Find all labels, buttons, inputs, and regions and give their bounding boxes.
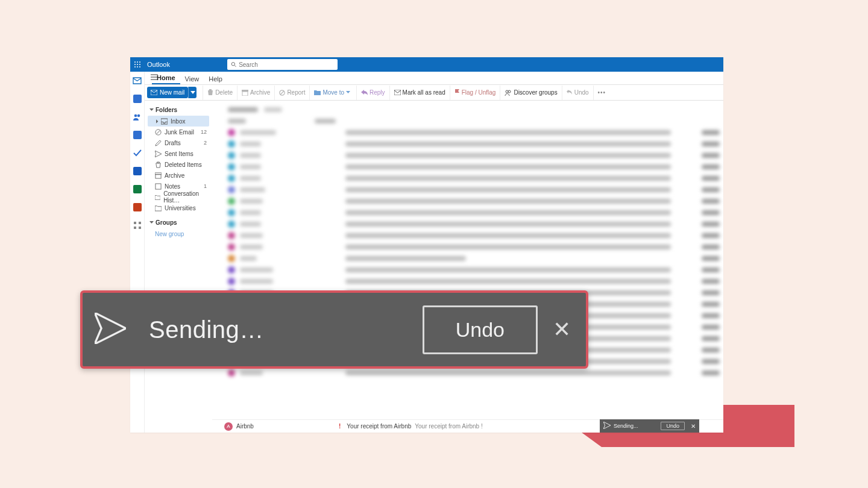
undo-button-big[interactable]: Undo	[423, 305, 538, 354]
archive-button[interactable]: Archive	[237, 86, 274, 100]
folder-deleted[interactable]: Deleted Items	[148, 159, 209, 170]
ribbon-tabs: Home View Help	[130, 72, 723, 85]
toolbar-overflow[interactable]: •••	[593, 86, 611, 100]
reply-button[interactable]: Reply	[356, 86, 389, 100]
title-bar: Outlook	[130, 57, 723, 72]
svg-point-6	[134, 61, 136, 63]
rail-mail-icon[interactable]	[130, 75, 145, 86]
folder-sidebar: Folders Inbox Junk Email 12 Drafts 2 Sen…	[145, 101, 212, 433]
new-mail-dropdown[interactable]	[188, 87, 197, 98]
priority-icon: !	[339, 423, 341, 430]
send-icon	[95, 313, 126, 346]
folder-universities[interactable]: Universities	[148, 202, 209, 213]
flag-button[interactable]: Flag / Unflag	[450, 86, 500, 100]
svg-line-29	[156, 130, 160, 134]
svg-point-7	[137, 61, 138, 63]
toolbar: New mail Delete Archive Report Move to R…	[130, 85, 723, 101]
svg-rect-4	[134, 227, 136, 229]
folder-archive[interactable]: Archive	[148, 170, 209, 181]
svg-point-10	[137, 64, 138, 65]
folder-drafts[interactable]: Drafts 2	[148, 137, 209, 148]
svg-point-12	[134, 66, 136, 67]
drafts-icon	[155, 140, 162, 146]
svg-point-15	[231, 63, 234, 66]
message-list: A Airbnb ! Your receipt from Airbnb Your…	[212, 101, 723, 433]
app-rail	[130, 72, 145, 433]
mark-all-read-button[interactable]: Mark all as read	[389, 86, 450, 100]
toast-status-big: Sending…	[149, 316, 264, 343]
folder-inbox[interactable]: Inbox	[148, 116, 209, 127]
svg-rect-32	[156, 183, 161, 189]
tab-view[interactable]: View	[180, 75, 204, 84]
junk-icon	[155, 129, 162, 136]
preview: Your receipt from Airbnb !	[415, 423, 482, 430]
svg-line-16	[234, 66, 236, 67]
product-name: Outlook	[147, 61, 170, 68]
svg-rect-2	[134, 222, 136, 224]
svg-point-8	[139, 61, 140, 63]
close-icon[interactable]: ✕	[538, 317, 586, 342]
tab-help[interactable]: Help	[204, 75, 227, 84]
tab-home[interactable]: Home	[152, 74, 180, 84]
avatar: A	[224, 422, 233, 431]
inbox-icon	[161, 118, 168, 125]
svg-point-9	[134, 64, 136, 65]
undo-button-small[interactable]: Undo	[661, 422, 685, 430]
search-box[interactable]	[227, 59, 338, 70]
folder-conversation-history[interactable]: Conversation Hist…	[148, 192, 209, 202]
svg-point-26	[506, 90, 508, 93]
sending-toast-callout: Sending… Undo ✕	[80, 290, 588, 369]
rail-more-icon[interactable]	[130, 220, 145, 231]
rail-calendar-icon[interactable]	[130, 93, 145, 104]
folder-sent[interactable]: Sent Items	[148, 148, 209, 159]
chevron-right-icon	[155, 118, 160, 125]
rail-people-icon[interactable]	[130, 111, 145, 122]
undo-toolbar-button[interactable]: Undo	[562, 86, 593, 100]
svg-point-27	[508, 90, 511, 93]
sent-icon	[155, 151, 162, 157]
folder-icon	[155, 205, 162, 211]
delete-button[interactable]: Delete	[203, 86, 237, 100]
move-to-button[interactable]: Move to	[309, 86, 356, 100]
new-mail-button[interactable]: New mail	[147, 87, 188, 98]
discover-groups-button[interactable]: Discover groups	[500, 86, 561, 100]
svg-rect-31	[156, 174, 161, 178]
new-group-link[interactable]: New group	[148, 228, 209, 240]
folder-junk[interactable]: Junk Email 12	[148, 127, 209, 137]
toast-status-small: Sending...	[614, 423, 638, 429]
close-icon[interactable]: ✕	[687, 423, 699, 430]
folder-icon	[155, 194, 160, 201]
sending-toast-small: Sending... Undo ✕	[600, 419, 699, 433]
rail-word-icon[interactable]	[130, 166, 145, 177]
send-icon	[603, 422, 611, 430]
rail-files-icon[interactable]	[130, 130, 145, 140]
main-area: Folders Inbox Junk Email 12 Drafts 2 Sen…	[145, 101, 723, 433]
new-mail-label: New mail	[160, 89, 184, 96]
groups-header[interactable]: Groups	[148, 217, 209, 228]
svg-rect-22	[242, 92, 248, 96]
blurred-messages	[212, 101, 723, 433]
svg-point-13	[137, 66, 138, 67]
subject: Your receipt from Airbnb	[347, 423, 411, 430]
svg-point-0	[134, 114, 137, 117]
svg-line-24	[280, 91, 284, 95]
report-button[interactable]: Report	[274, 86, 309, 100]
folders-header[interactable]: Folders	[148, 104, 209, 116]
archive-icon	[155, 172, 162, 179]
search-icon	[231, 61, 236, 67]
svg-point-1	[137, 114, 140, 117]
svg-point-11	[139, 64, 140, 65]
trash-icon	[155, 161, 162, 168]
notes-icon	[155, 183, 162, 190]
rail-powerpoint-icon[interactable]	[130, 202, 145, 213]
rail-excel-icon[interactable]	[130, 184, 145, 195]
app-launcher-icon[interactable]	[130, 57, 145, 72]
svg-rect-3	[139, 222, 141, 224]
rail-todo-icon[interactable]	[130, 148, 145, 158]
outlook-window: Outlook Home View Help New mail Delete A…	[130, 57, 723, 433]
svg-rect-5	[139, 227, 141, 229]
svg-point-14	[139, 66, 140, 67]
sender: Airbnb	[236, 423, 339, 430]
search-input[interactable]	[239, 61, 334, 68]
